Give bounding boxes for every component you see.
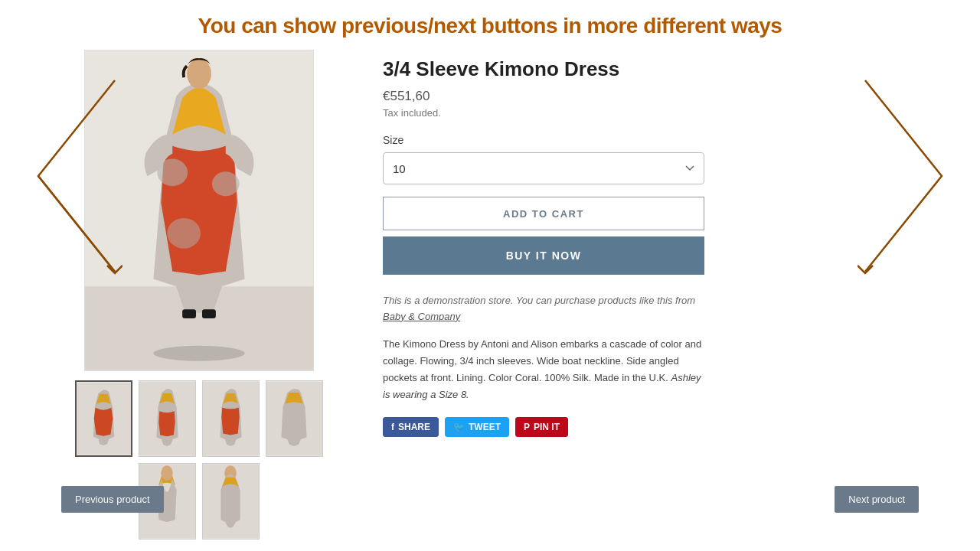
- pinterest-share-button[interactable]: P PIN IT: [515, 417, 568, 437]
- add-to-cart-button[interactable]: ADD TO CART: [383, 197, 704, 230]
- social-share: f SHARE 🐦 TWEET P PIN IT: [383, 417, 919, 437]
- product-description: The Kimono Dress by Antoni and Alison em…: [383, 336, 704, 403]
- svg-point-4: [212, 171, 240, 196]
- product-title: 3/4 Sleeve Kimono Dress: [383, 57, 919, 81]
- product-details: 3/4 Sleeve Kimono Dress €551,60 Tax incl…: [383, 50, 919, 540]
- product-price: €551,60: [383, 89, 919, 104]
- product-images: [61, 50, 337, 540]
- svg-rect-7: [182, 309, 196, 318]
- svg-point-14: [161, 465, 173, 480]
- svg-point-2: [153, 346, 244, 361]
- prev-product-button[interactable]: Previous product: [61, 486, 164, 513]
- svg-point-6: [187, 58, 211, 89]
- thumbnails-row-1: [61, 380, 337, 457]
- top-banner: You can show previous/next buttons in mo…: [0, 0, 980, 46]
- size-label: Size: [383, 134, 919, 146]
- buy-now-button[interactable]: BUY IT NOW: [383, 236, 704, 275]
- svg-rect-8: [202, 309, 216, 318]
- thumbnail-3[interactable]: [202, 380, 260, 457]
- thumbnail-1[interactable]: [75, 380, 132, 457]
- twitter-icon: 🐦: [453, 422, 465, 432]
- twitter-share-button[interactable]: 🐦 TWEET: [445, 417, 509, 437]
- product-image-svg: [85, 50, 313, 371]
- tax-note: Tax included.: [383, 107, 919, 119]
- pinterest-icon: P: [524, 422, 530, 432]
- main-product-image: [84, 50, 314, 371]
- thumbnail-2[interactable]: [139, 380, 196, 457]
- svg-point-5: [167, 218, 201, 249]
- thumbnail-4[interactable]: [266, 380, 323, 457]
- demo-text: This is a demonstration store. You can p…: [383, 293, 704, 325]
- thumbnail-6[interactable]: [202, 463, 260, 540]
- main-content: 3/4 Sleeve Kimono Dress €551,60 Tax incl…: [0, 50, 980, 540]
- facebook-share-button[interactable]: f SHARE: [383, 417, 439, 437]
- size-select[interactable]: 8 10 12 14 16: [383, 152, 704, 184]
- baby-company-link[interactable]: Baby & Company: [383, 311, 460, 322]
- next-product-button[interactable]: Next product: [835, 486, 919, 513]
- facebook-icon: f: [391, 422, 394, 432]
